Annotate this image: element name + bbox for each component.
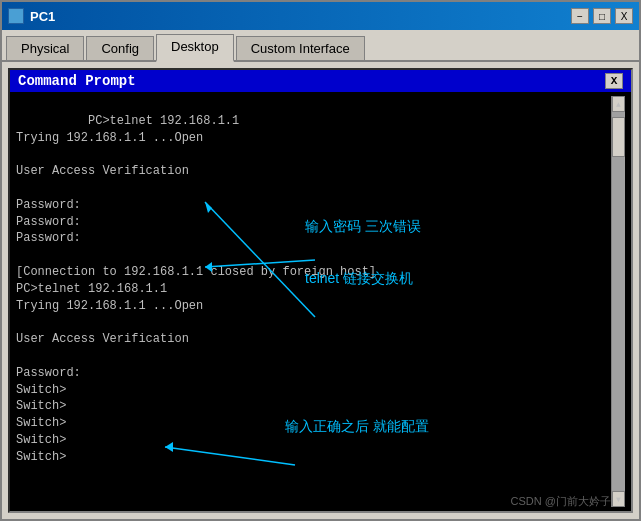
window-title: PC1 [30,9,55,24]
scrollbar-thumb[interactable] [612,117,625,157]
watermark: CSDN @门前大妗子 [511,494,611,509]
cmd-window: Command Prompt X PC>telnet 192.168.1.1 T… [8,68,633,513]
svg-marker-5 [165,442,173,452]
cmd-close-button[interactable]: X [605,73,623,89]
close-window-button[interactable]: X [615,8,633,24]
tab-desktop[interactable]: Desktop [156,34,234,62]
title-controls: − □ X [571,8,633,24]
title-bar: PC1 − □ X [2,2,639,30]
main-window: PC1 − □ X Physical Config Desktop Custom… [0,0,641,521]
scrollbar: ▲ ▼ [611,96,625,507]
minimize-button[interactable]: − [571,8,589,24]
cmd-title: Command Prompt [18,73,136,89]
svg-marker-3 [205,202,212,213]
window-icon [8,8,24,24]
tab-custom-interface[interactable]: Custom Interface [236,36,365,60]
title-bar-left: PC1 [8,8,55,24]
tab-bar: Physical Config Desktop Custom Interface [2,30,639,62]
cmd-output: PC>telnet 192.168.1.1 Trying 192.168.1.1… [16,114,376,464]
svg-line-4 [165,447,295,465]
tab-physical[interactable]: Physical [6,36,84,60]
maximize-button[interactable]: □ [593,8,611,24]
scroll-down-button[interactable]: ▼ [612,491,625,507]
cmd-text: PC>telnet 192.168.1.1 Trying 192.168.1.1… [16,96,611,507]
cmd-title-bar: Command Prompt X [10,70,631,92]
cmd-body: PC>telnet 192.168.1.1 Trying 192.168.1.1… [10,92,631,511]
scroll-up-button[interactable]: ▲ [612,96,625,112]
svg-line-2 [205,202,315,317]
scrollbar-track [612,112,625,491]
content-area: Command Prompt X PC>telnet 192.168.1.1 T… [2,62,639,519]
tab-config[interactable]: Config [86,36,154,60]
